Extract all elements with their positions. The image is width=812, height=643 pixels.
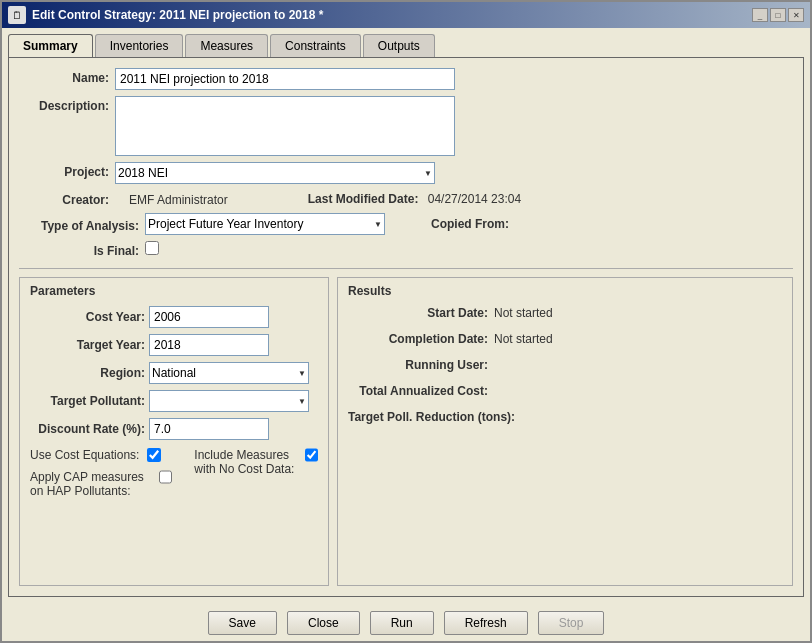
project-label: Project: <box>19 162 109 179</box>
copied-from-label: Copied From: <box>431 217 509 231</box>
tab-bar: Summary Inventories Measures Constraints… <box>8 34 804 57</box>
parameters-panel: Parameters Cost Year: Target Year: Regio… <box>19 277 329 586</box>
target-poll-reduction-label: Target Poll. Reduction (tons): <box>348 410 515 424</box>
title-bar: 🗒 Edit Control Strategy: 2011 NEI projec… <box>2 2 810 28</box>
region-select[interactable]: National <box>149 362 309 384</box>
lower-section: Parameters Cost Year: Target Year: Regio… <box>19 277 793 586</box>
tab-inventories[interactable]: Inventories <box>95 34 184 57</box>
save-button[interactable]: Save <box>208 611 277 635</box>
app-icon: 🗒 <box>8 6 26 24</box>
parameters-title: Parameters <box>30 284 318 298</box>
form-section: Name: Description: Project: 2018 NEI <box>19 68 793 269</box>
discount-rate-label: Discount Rate (%): <box>30 422 145 436</box>
use-cost-equations-label: Use Cost Equations: <box>30 448 139 462</box>
footer: Save Close Run Refresh Stop <box>2 603 810 641</box>
description-input[interactable] <box>115 96 455 156</box>
is-final-label: Is Final: <box>19 241 139 258</box>
start-date-label: Start Date: <box>348 306 488 320</box>
last-modified-label: Last Modified Date: <box>308 192 419 206</box>
restore-button[interactable]: □ <box>770 8 786 22</box>
running-user-row: Running User: <box>348 358 782 372</box>
cost-year-row: Cost Year: <box>30 306 318 328</box>
description-label: Description: <box>19 96 109 113</box>
use-cost-equations-checkbox[interactable] <box>147 448 161 462</box>
start-date-value: Not started <box>494 306 553 320</box>
tab-summary[interactable]: Summary <box>8 34 93 57</box>
main-window: 🗒 Edit Control Strategy: 2011 NEI projec… <box>0 0 812 643</box>
name-row: Name: <box>19 68 793 90</box>
run-button[interactable]: Run <box>370 611 434 635</box>
target-poll-reduction-row: Target Poll. Reduction (tons): <box>348 410 782 424</box>
type-analysis-label: Type of Analysis: <box>19 216 139 233</box>
discount-rate-row: Discount Rate (%): <box>30 418 318 440</box>
description-row: Description: <box>19 96 793 156</box>
project-select[interactable]: 2018 NEI <box>115 162 435 184</box>
include-measures-checkbox[interactable] <box>305 448 318 462</box>
results-panel: Results Start Date: Not started Completi… <box>337 277 793 586</box>
cost-year-input[interactable] <box>149 306 269 328</box>
results-title: Results <box>348 284 782 298</box>
target-pollutant-row: Target Pollutant: <box>30 390 318 412</box>
name-label: Name: <box>19 68 109 85</box>
apply-cap-measures-row: Apply CAP measures on HAP Pollutants: <box>30 470 172 498</box>
tab-content-summary: Name: Description: Project: 2018 NEI <box>8 57 804 597</box>
target-year-label: Target Year: <box>30 338 145 352</box>
running-user-label: Running User: <box>348 358 488 372</box>
content-area: Summary Inventories Measures Constraints… <box>2 28 810 603</box>
tab-outputs[interactable]: Outputs <box>363 34 435 57</box>
completion-date-value: Not started <box>494 332 553 346</box>
window-controls: _ □ ✕ <box>752 8 804 22</box>
minimize-button[interactable]: _ <box>752 8 768 22</box>
close-button-footer[interactable]: Close <box>287 611 360 635</box>
completion-date-label: Completion Date: <box>348 332 488 346</box>
apply-cap-measures-label: Apply CAP measures on HAP Pollutants: <box>30 470 151 498</box>
creator-value: EMF Administrator <box>129 191 228 207</box>
use-cost-equations-row: Use Cost Equations: <box>30 448 172 462</box>
tab-measures[interactable]: Measures <box>185 34 268 57</box>
total-annualized-cost-row: Total Annualized Cost: <box>348 384 782 398</box>
include-measures-label: Include Measures with No Cost Data: <box>194 448 297 476</box>
tab-constraints[interactable]: Constraints <box>270 34 361 57</box>
target-pollutant-select[interactable] <box>149 390 309 412</box>
last-modified-value: 04/27/2014 23:04 <box>428 192 521 206</box>
is-final-row: Is Final: <box>19 241 793 258</box>
project-row: Project: 2018 NEI <box>19 162 793 184</box>
region-row: Region: National <box>30 362 318 384</box>
type-analysis-row: Type of Analysis: Project Future Year In… <box>19 213 793 235</box>
start-date-row: Start Date: Not started <box>348 306 782 320</box>
target-year-row: Target Year: <box>30 334 318 356</box>
creator-row: Creator: EMF Administrator Last Modified… <box>19 190 793 207</box>
type-analysis-select[interactable]: Project Future Year Inventory <box>145 213 385 235</box>
window-title: Edit Control Strategy: 2011 NEI projecti… <box>32 8 752 22</box>
include-measures-row: Include Measures with No Cost Data: <box>194 448 318 476</box>
creator-label: Creator: <box>19 190 109 207</box>
cost-year-label: Cost Year: <box>30 310 145 324</box>
discount-rate-input[interactable] <box>149 418 269 440</box>
checkbox-group: Use Cost Equations: Apply CAP measures o… <box>30 448 318 498</box>
region-label: Region: <box>30 366 145 380</box>
name-input[interactable] <box>115 68 455 90</box>
stop-button[interactable]: Stop <box>538 611 605 635</box>
target-year-input[interactable] <box>149 334 269 356</box>
refresh-button[interactable]: Refresh <box>444 611 528 635</box>
completion-date-row: Completion Date: Not started <box>348 332 782 346</box>
apply-cap-measures-checkbox[interactable] <box>159 470 172 484</box>
target-pollutant-label: Target Pollutant: <box>30 394 145 408</box>
close-button[interactable]: ✕ <box>788 8 804 22</box>
is-final-checkbox[interactable] <box>145 241 159 255</box>
total-annualized-cost-label: Total Annualized Cost: <box>348 384 488 398</box>
